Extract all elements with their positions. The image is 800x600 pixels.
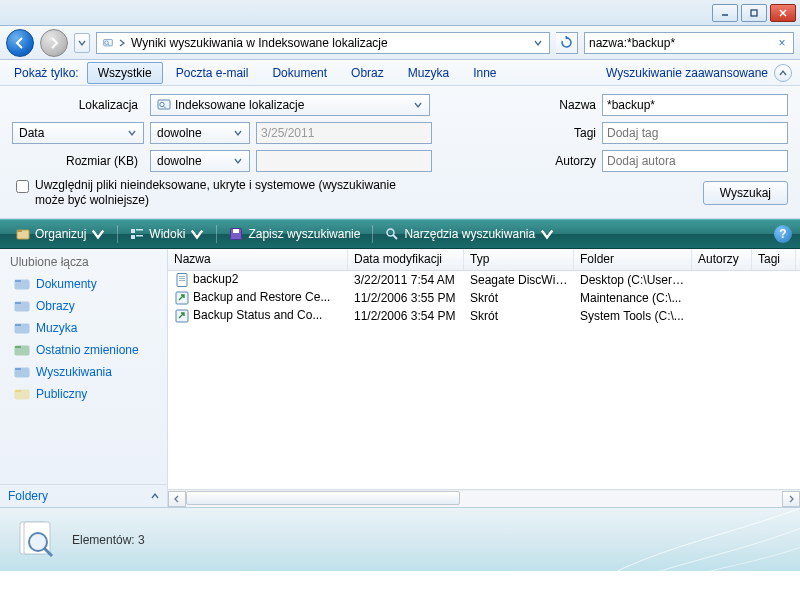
filter-tab-document[interactable]: Dokument xyxy=(261,62,338,84)
breadcrumb-root-icon[interactable] xyxy=(99,33,117,53)
chevron-down-icon xyxy=(411,101,425,109)
organize-menu[interactable]: Organizuj xyxy=(8,224,113,244)
location-dropdown[interactable]: Indeksowane lokalizacje xyxy=(150,94,430,116)
scroll-right-button[interactable] xyxy=(782,491,800,507)
include-nonindexed-row: Uwzględnij pliki nieindeksowane, ukryte … xyxy=(12,178,415,208)
scroll-left-button[interactable] xyxy=(168,491,186,507)
help-button[interactable]: ? xyxy=(774,225,792,243)
breadcrumb-text[interactable]: Wyniki wyszukiwania w Indeksowane lokali… xyxy=(127,33,392,53)
tags-input[interactable] xyxy=(607,126,783,140)
sidebar-item-2[interactable]: Muzyka xyxy=(0,317,167,339)
scroll-track[interactable] xyxy=(186,491,782,507)
name-field[interactable] xyxy=(602,94,788,116)
clear-search-icon[interactable]: × xyxy=(775,36,789,50)
sidebar-item-4[interactable]: Wyszukiwania xyxy=(0,361,167,383)
column-header-4[interactable]: Autorzy xyxy=(692,249,752,270)
folder-icon xyxy=(14,364,30,380)
index-icon xyxy=(157,98,171,112)
search-tools-icon xyxy=(385,227,399,241)
views-menu[interactable]: Widoki xyxy=(122,224,212,244)
column-header-0[interactable]: Nazwa xyxy=(168,249,348,270)
search-box[interactable]: × xyxy=(584,32,794,54)
date-condition-dropdown[interactable]: dowolne xyxy=(150,122,250,144)
filter-tab-other[interactable]: Inne xyxy=(462,62,507,84)
save-search-button[interactable]: Zapisz wyszukiwanie xyxy=(221,224,368,244)
address-bar[interactable]: Wyniki wyszukiwania w Indeksowane lokali… xyxy=(96,32,550,54)
folders-toggle[interactable]: Foldery xyxy=(0,484,167,507)
sidebar-item-1[interactable]: Obrazy xyxy=(0,295,167,317)
close-button[interactable] xyxy=(770,4,796,22)
folder-icon xyxy=(14,298,30,314)
address-dropdown[interactable] xyxy=(529,39,547,47)
tags-label: Tagi xyxy=(542,126,602,140)
table-row[interactable]: backup23/22/2011 7:54 AMSeagate DiscWiza… xyxy=(168,271,800,289)
back-button[interactable] xyxy=(6,29,34,57)
authors-label: Autorzy xyxy=(542,154,602,168)
folders-label: Foldery xyxy=(8,489,48,503)
sidebar-item-label: Ostatnio zmienione xyxy=(36,343,139,357)
organize-icon xyxy=(16,227,30,241)
maximize-button[interactable] xyxy=(741,4,767,22)
column-header-1[interactable]: Data modyfikacji xyxy=(348,249,464,270)
recent-pages-dropdown[interactable] xyxy=(74,33,90,53)
search-button[interactable]: Wyszukaj xyxy=(703,181,788,205)
sidebar-item-label: Wyszukiwania xyxy=(36,365,112,379)
sidebar-item-0[interactable]: Dokumenty xyxy=(0,273,167,295)
svg-rect-11 xyxy=(17,230,22,232)
svg-rect-35 xyxy=(179,280,185,281)
svg-rect-31 xyxy=(15,390,21,392)
advanced-search-toggle[interactable]: Wyszukiwanie zaawansowane xyxy=(602,66,772,80)
filter-tab-image[interactable]: Obraz xyxy=(340,62,395,84)
scroll-thumb[interactable] xyxy=(186,491,460,505)
svg-point-18 xyxy=(387,229,394,236)
column-header-5[interactable]: Tagi xyxy=(752,249,796,270)
sidebar-item-label: Dokumenty xyxy=(36,277,97,291)
svg-rect-33 xyxy=(179,276,185,277)
minimize-button[interactable] xyxy=(712,4,738,22)
tags-field[interactable] xyxy=(602,122,788,144)
svg-rect-37 xyxy=(176,310,188,322)
filter-tab-music[interactable]: Muzyka xyxy=(397,62,460,84)
authors-field[interactable] xyxy=(602,150,788,172)
sidebar-item-5[interactable]: Publiczny xyxy=(0,383,167,405)
collapse-advanced-icon[interactable] xyxy=(774,64,792,82)
sidebar-item-3[interactable]: Ostatnio zmienione xyxy=(0,339,167,361)
table-row[interactable]: Backup Status and Co...11/2/2006 3:54 PM… xyxy=(168,307,800,325)
folder-icon xyxy=(14,342,30,358)
column-headers: NazwaData modyfikacjiTypFolderAutorzyTag… xyxy=(168,249,800,271)
content-split: Ulubione łącza DokumentyObrazyMuzykaOsta… xyxy=(0,249,800,507)
table-row[interactable]: Backup and Restore Ce...11/2/2006 3:55 P… xyxy=(168,289,800,307)
folder-icon xyxy=(14,320,30,336)
window-titlebar xyxy=(0,0,800,26)
size-condition-dropdown[interactable]: dowolne xyxy=(150,150,250,172)
svg-rect-13 xyxy=(136,229,143,231)
include-nonindexed-checkbox[interactable] xyxy=(16,180,29,193)
column-header-3[interactable]: Folder xyxy=(574,249,692,270)
sidebar-item-label: Muzyka xyxy=(36,321,77,335)
refresh-button[interactable] xyxy=(556,32,578,54)
file-icon xyxy=(174,272,190,288)
views-label: Widoki xyxy=(149,227,185,241)
svg-rect-12 xyxy=(131,229,135,233)
date-attribute-value: Data xyxy=(19,126,125,140)
search-tools-menu[interactable]: Narzędzia wyszukiwania xyxy=(377,224,562,244)
svg-line-19 xyxy=(393,235,397,239)
filter-tab-email[interactable]: Poczta e-mail xyxy=(165,62,260,84)
forward-button[interactable] xyxy=(40,29,68,57)
name-input[interactable] xyxy=(607,98,783,112)
folder-icon xyxy=(14,386,30,402)
size-condition-value: dowolne xyxy=(157,154,231,168)
location-value: Indeksowane lokalizacje xyxy=(171,98,411,112)
filter-tab-all[interactable]: Wszystkie xyxy=(87,62,163,84)
file-rows: backup23/22/2011 7:54 AMSeagate DiscWiza… xyxy=(168,271,800,489)
svg-rect-17 xyxy=(233,229,239,233)
date-attribute-dropdown[interactable]: Data xyxy=(12,122,144,144)
chevron-down-icon xyxy=(91,227,105,241)
authors-input[interactable] xyxy=(607,154,783,168)
date-field xyxy=(256,122,432,144)
horizontal-scrollbar[interactable] xyxy=(168,489,800,507)
column-header-2[interactable]: Typ xyxy=(464,249,574,270)
navigation-bar: Wyniki wyszukiwania w Indeksowane lokali… xyxy=(0,26,800,60)
chevron-down-icon xyxy=(540,227,554,241)
search-input[interactable] xyxy=(589,36,775,50)
